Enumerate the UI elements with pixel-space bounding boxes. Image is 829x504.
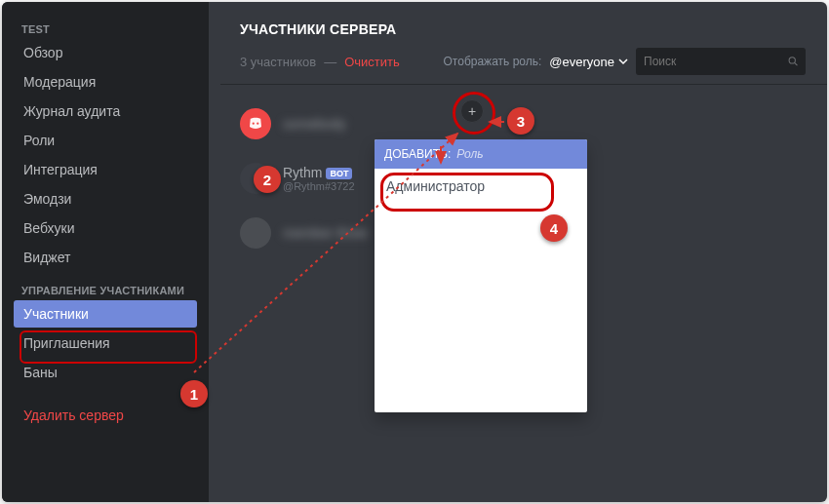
sidebar-item-audit-log[interactable]: Журнал аудита [14,97,197,125]
app-window: TEST Обзор Модерация Журнал аудита Роли … [2,2,827,502]
role-filter-value: @everyone [549,55,614,69]
search-box[interactable] [636,48,806,75]
search-icon [787,55,800,68]
sidebar-item-invites[interactable]: Приглашения [14,330,197,357]
members-toolbar: 3 участников — Очистить Отображать роль:… [240,47,806,76]
sidebar-item-bans[interactable]: Баны [14,359,197,386]
settings-sidebar: TEST Обзор Модерация Журнал аудита Роли … [2,2,209,502]
add-role-button[interactable]: + [460,99,484,123]
member-name: somebody [283,116,346,132]
members-list: somebody + RythmBOT @Rythm#3722 member t… [240,102,806,254]
display-role-label: Отображать роль: [444,55,542,68]
member-name: member three [283,225,368,241]
avatar [240,108,271,139]
bot-badge: BOT [326,168,352,179]
sidebar-category-test: TEST [21,23,197,35]
divider [220,84,827,85]
role-filter-select[interactable]: @everyone [549,55,628,69]
popup-role-input[interactable] [454,146,587,162]
sidebar-item-overview[interactable]: Обзор [14,39,197,66]
sidebar-item-roles[interactable]: Роли [14,127,197,154]
avatar [240,163,271,194]
member-count: 3 участников [240,55,316,69]
sidebar-delete-server[interactable]: Удалить сервер [14,402,197,429]
svg-line-1 [795,63,798,66]
discord-logo-icon [247,115,264,133]
role-popup: ДОБАВИТЬ: Администратор [375,139,587,412]
dash: — [324,55,336,69]
sidebar-category-members: УПРАВЛЕНИЕ УЧАСТНИКАМИ [21,285,197,296]
sidebar-item-webhooks[interactable]: Вебхуки [14,214,197,242]
popup-role-item[interactable]: Администратор [375,169,587,204]
popup-add-label: ДОБАВИТЬ: [384,147,451,161]
page-title: УЧАСТНИКИ СЕРВЕРА [240,21,806,37]
sidebar-item-widget[interactable]: Виджет [14,244,197,271]
sidebar-item-integrations[interactable]: Интеграция [14,156,197,183]
search-input[interactable] [642,54,787,69]
sidebar-item-members[interactable]: Участники [14,300,197,328]
clear-link[interactable]: Очистить [344,55,400,69]
svg-point-0 [790,58,796,63]
popup-header: ДОБАВИТЬ: [375,139,587,169]
avatar [240,217,271,249]
chevron-down-icon [618,57,628,66]
member-tag: @Rythm#3722 [283,180,355,192]
member-name: RythmBOT [283,165,355,180]
main-panel: УЧАСТНИКИ СЕРВЕРА 3 участников — Очистит… [220,2,827,502]
sidebar-item-moderation[interactable]: Модерация [14,68,197,96]
sidebar-item-emoji[interactable]: Эмодзи [14,185,197,213]
